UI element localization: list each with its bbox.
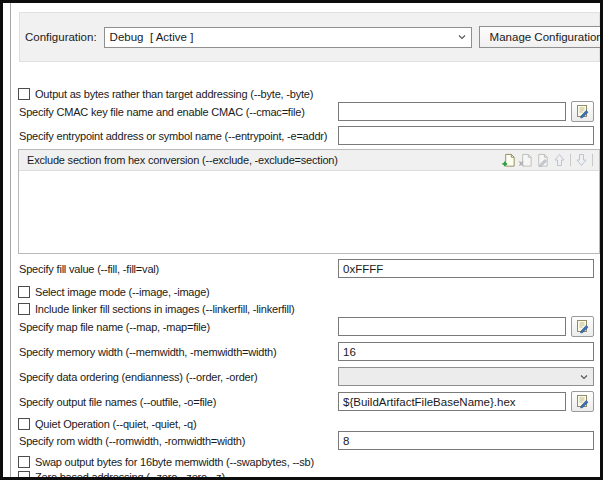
fill-value-input[interactable] <box>338 259 594 278</box>
row-fill-value: Specify fill value (--fill, -fill=val) <box>19 259 594 278</box>
row-data-ordering: Specify data ordering (endianness) (--or… <box>19 367 594 386</box>
configuration-dropdown[interactable]: Debug [ Active ] <box>104 27 472 48</box>
quiet-checkbox[interactable] <box>18 418 30 430</box>
row-memwidth: Specify memory width (--memwidth, -memwi… <box>19 342 594 361</box>
row-cmac: Specify CMAC key file name and enable CM… <box>19 102 594 121</box>
entrypoint-label: Specify entrypoint address or symbol nam… <box>19 130 338 142</box>
linkerfill-checkbox[interactable] <box>18 303 30 315</box>
romwidth-input[interactable] <box>338 431 594 450</box>
swapbytes-checkbox[interactable] <box>18 456 30 468</box>
output-bytes-checkbox[interactable] <box>18 88 30 100</box>
map-file-label: Specify map file name (--map, -map=file) <box>19 321 338 333</box>
outfile-input[interactable] <box>338 392 566 411</box>
zero-label: Zero based addressing (--zero, -zero, -z… <box>35 471 225 480</box>
cmac-input[interactable] <box>338 102 566 121</box>
exclude-sections-list[interactable] <box>19 171 599 253</box>
row-image-mode: Select image mode (--image, -image) <box>18 284 594 299</box>
configuration-dropdown-value: Debug [ Active ] <box>110 31 457 43</box>
memwidth-input[interactable] <box>338 342 594 361</box>
row-zero: Zero based addressing (--zero, -zero, -z… <box>18 469 594 480</box>
row-swapbytes: Swap output bytes for 16byte memwidth (-… <box>18 454 594 469</box>
image-mode-checkbox[interactable] <box>18 286 30 298</box>
manage-configurations-button[interactable]: Manage Configurations... <box>479 26 603 48</box>
swapbytes-label: Swap output bytes for 16byte memwidth (-… <box>35 456 314 468</box>
exclude-sections-panel: Exclude section from hex conversion (--e… <box>18 149 600 254</box>
quiet-label: Quiet Operation (--quiet, -quiet, -q) <box>35 418 196 430</box>
output-bytes-label: Output as bytes rather than target addre… <box>35 88 313 100</box>
exclude-sections-header: Exclude section from hex conversion (--e… <box>19 150 599 171</box>
zero-checkbox[interactable] <box>18 471 30 480</box>
row-quiet: Quiet Operation (--quiet, -quiet, -q) <box>18 416 594 431</box>
entrypoint-input[interactable] <box>338 126 594 145</box>
file-edit-browse-icon <box>575 104 590 119</box>
linkerfill-label: Include linker fill sections in images (… <box>35 303 294 315</box>
data-ordering-label: Specify data ordering (endianness) (--or… <box>19 371 338 383</box>
memwidth-label: Specify memory width (--memwidth, -memwi… <box>19 346 338 358</box>
exclude-toolbar <box>500 152 595 168</box>
image-mode-label: Select image mode (--image, -image) <box>35 286 210 298</box>
row-romwidth: Specify rom width (--romwidth, -romwidth… <box>19 431 594 450</box>
toolbar-separator <box>592 154 593 166</box>
row-entrypoint: Specify entrypoint address or symbol nam… <box>19 126 594 145</box>
outfile-browse-button[interactable] <box>571 391 594 412</box>
map-browse-button[interactable] <box>571 316 594 337</box>
cmac-browse-button[interactable] <box>571 101 594 122</box>
configuration-label: Configuration: <box>25 31 97 43</box>
move-down-icon[interactable] <box>573 152 590 168</box>
romwidth-label: Specify rom width (--romwidth, -romwidth… <box>19 435 338 447</box>
move-up-icon[interactable] <box>551 152 568 168</box>
data-ordering-dropdown[interactable] <box>338 367 594 386</box>
edit-file-icon[interactable] <box>534 152 551 168</box>
cmac-label: Specify CMAC key file name and enable CM… <box>19 106 338 118</box>
chevron-down-icon <box>457 32 467 42</box>
map-file-input[interactable] <box>338 317 566 336</box>
row-map-file: Specify map file name (--map, -map=file) <box>19 317 594 336</box>
configuration-panel: Configuration: Debug [ Active ] Manage C… <box>19 12 600 62</box>
hex-utility-settings-page: Configuration: Debug [ Active ] Manage C… <box>0 0 603 480</box>
add-file-icon[interactable] <box>500 152 517 168</box>
remove-file-icon[interactable] <box>517 152 534 168</box>
file-edit-browse-icon <box>575 394 590 409</box>
chevron-down-icon <box>579 372 589 382</box>
file-edit-browse-icon <box>575 319 590 334</box>
left-divider <box>10 3 11 477</box>
fill-value-label: Specify fill value (--fill, -fill=val) <box>19 263 338 275</box>
toolbar-separator <box>570 154 571 166</box>
outfile-label: Specify output file names (--outfile, -o… <box>19 396 338 408</box>
row-linkerfill: Include linker fill sections in images (… <box>18 301 594 316</box>
row-output-bytes: Output as bytes rather than target addre… <box>18 86 594 101</box>
row-outfile: Specify output file names (--outfile, -o… <box>19 392 594 411</box>
exclude-sections-title: Exclude section from hex conversion (--e… <box>27 154 498 166</box>
